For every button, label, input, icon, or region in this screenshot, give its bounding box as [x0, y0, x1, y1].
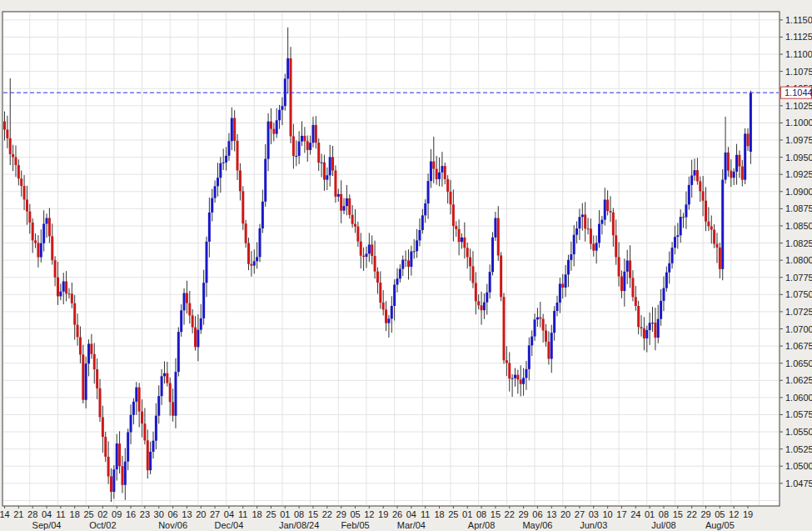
- time-axis-week-label: 18: [434, 509, 444, 519]
- time-axis-week-label: 02: [97, 509, 107, 519]
- candle-body: [262, 202, 264, 228]
- candle-body: [401, 260, 404, 269]
- candle-body: [511, 378, 514, 379]
- candle-body: [694, 170, 696, 175]
- chart-window: EUR/USD , Daily, # 267 / 500 1.11501.112…: [0, 0, 812, 531]
- candle-body: [301, 136, 303, 142]
- candle-body: [166, 373, 168, 383]
- candle-body: [715, 244, 718, 248]
- candle-body: [180, 310, 182, 332]
- time-axis-week-label: 26: [392, 509, 402, 519]
- candle-body: [365, 253, 367, 257]
- candle-body: [477, 301, 480, 305]
- candle-body: [67, 293, 70, 294]
- candle-body: [725, 153, 727, 180]
- candle-body: [702, 191, 705, 200]
- candle-body: [738, 155, 740, 167]
- candlestick-chart[interactable]: 1.11501.11251.11001.10751.10501.10251.10…: [0, 0, 812, 531]
- candle-body: [237, 141, 239, 170]
- candle-body: [500, 255, 502, 297]
- time-axis-week-label: 05: [350, 509, 360, 519]
- candle-body: [682, 217, 685, 218]
- candle-body: [267, 122, 270, 159]
- candle-body: [466, 248, 469, 257]
- time-axis-month-label: Apr/08: [468, 520, 495, 530]
- candle-body: [112, 469, 115, 492]
- time-axis-week-label: 08: [476, 509, 486, 519]
- candle-body: [183, 293, 186, 311]
- candle-body: [116, 443, 118, 469]
- candle-body: [623, 272, 625, 291]
- candle-body: [12, 154, 14, 158]
- candle-body: [46, 218, 48, 224]
- time-axis-week-label: 12: [729, 509, 739, 519]
- candle-body: [615, 235, 617, 257]
- time-axis-week-label: 29: [518, 509, 528, 519]
- candle-body: [110, 476, 112, 492]
- candle-body: [317, 143, 320, 163]
- time-axis-week-label: 11: [238, 509, 247, 519]
- candle-body: [741, 167, 744, 180]
- candle-body: [707, 222, 710, 227]
- candle-body: [225, 156, 227, 163]
- candle-body: [186, 293, 188, 303]
- candle-body: [654, 323, 656, 338]
- candle-body: [744, 133, 746, 179]
- candle-body: [553, 311, 555, 333]
- candle-body: [107, 457, 110, 477]
- time-axis-week-label: 20: [196, 509, 206, 519]
- candle-body: [631, 278, 634, 297]
- time-axis-week-label: 18: [70, 509, 80, 519]
- candle-body: [461, 238, 463, 242]
- candle-body: [65, 282, 67, 294]
- candle-body: [555, 303, 558, 311]
- time-axis-week-label: 04: [42, 509, 52, 519]
- candle-body: [197, 330, 199, 348]
- candle-body: [157, 396, 160, 416]
- time-axis-week-label: 13: [182, 509, 192, 519]
- candle-body: [662, 288, 665, 301]
- candle-body: [227, 141, 230, 156]
- time-axis-week-label: 11: [56, 509, 65, 519]
- time-axis-week-label: 27: [575, 509, 585, 519]
- candle-body: [340, 194, 342, 211]
- candle-body: [371, 244, 373, 256]
- candle-body: [124, 462, 127, 485]
- price-axis-label: 1.0725: [785, 307, 812, 317]
- candle-body: [612, 213, 615, 235]
- candle-body: [214, 186, 217, 198]
- candle-body: [354, 224, 356, 227]
- candle-body: [506, 360, 508, 363]
- candle-body: [239, 170, 242, 191]
- candle-body: [219, 163, 222, 178]
- candle-body: [637, 306, 640, 327]
- price-axis-label: 1.0925: [785, 169, 812, 179]
- time-axis-week-label: 01: [462, 509, 472, 519]
- candle-body: [85, 363, 87, 399]
- candle-body: [147, 440, 149, 470]
- candle-body: [432, 162, 435, 169]
- time-axis-week-label: 21: [13, 509, 23, 519]
- candle-body: [665, 273, 668, 288]
- candle-body: [491, 238, 494, 272]
- candle-body: [550, 333, 553, 358]
- candle-body: [17, 165, 20, 178]
- candle-body: [559, 283, 561, 303]
- time-axis-week-label: 17: [616, 509, 626, 519]
- time-axis-week-label: 04: [406, 509, 416, 519]
- candle-body: [346, 198, 348, 206]
- candle-body: [155, 416, 157, 441]
- price-axis-label: 1.1075: [785, 67, 812, 77]
- candle-body: [676, 235, 679, 237]
- candle-body: [407, 261, 410, 267]
- time-axis-week-label: 22: [322, 509, 332, 519]
- time-axis-week-label: 22: [687, 509, 697, 519]
- time-axis-week-label: 08: [659, 509, 669, 519]
- candle-body: [121, 466, 123, 485]
- candle-body: [618, 257, 620, 276]
- candle-body: [690, 176, 693, 185]
- candle-body: [643, 328, 645, 338]
- time-axis-week-label: 20: [560, 509, 570, 519]
- candle-body: [668, 263, 670, 273]
- candle-body: [421, 215, 424, 230]
